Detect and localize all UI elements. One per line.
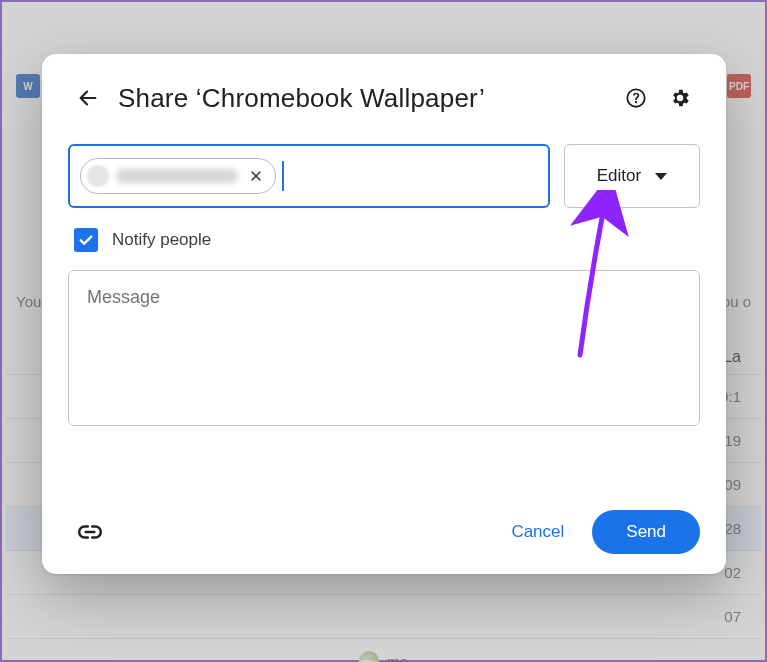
role-selected-label: Editor (597, 166, 641, 186)
owner-name: me (387, 653, 408, 663)
cancel-button[interactable]: Cancel (491, 512, 584, 552)
close-icon (248, 168, 264, 184)
people-input[interactable] (68, 144, 550, 208)
back-arrow-icon (77, 87, 99, 109)
message-textarea[interactable] (68, 270, 700, 426)
chip-avatar-icon (87, 165, 109, 187)
owner-cell: me (6, 639, 761, 662)
check-icon (77, 231, 95, 249)
gear-icon (669, 87, 691, 109)
row-time: 02 (724, 564, 741, 581)
notify-checkbox[interactable] (74, 228, 98, 252)
owner-col-left: You (16, 293, 41, 310)
settings-button[interactable] (660, 78, 700, 118)
link-icon (77, 519, 103, 545)
notify-label: Notify people (112, 230, 211, 250)
person-chip[interactable] (80, 158, 276, 194)
help-icon (625, 87, 647, 109)
word-file-icon: W (16, 74, 40, 98)
owner-avatar-icon (359, 651, 379, 662)
notify-checkbox-row[interactable]: Notify people (68, 228, 700, 252)
chip-name-blurred (117, 169, 237, 183)
pdf-file-icon: PDF (727, 74, 751, 98)
help-button[interactable] (616, 78, 656, 118)
role-dropdown[interactable]: Editor (564, 144, 700, 208)
row-time: 09 (724, 476, 741, 493)
chip-remove-button[interactable] (245, 165, 267, 187)
row-time: 19 (724, 432, 741, 449)
row-time: 28 (724, 520, 741, 537)
send-button[interactable]: Send (592, 510, 700, 554)
table-row[interactable]: 07 (6, 595, 761, 639)
back-button[interactable] (68, 78, 108, 118)
row-time: 07 (724, 608, 741, 625)
chevron-down-icon (655, 173, 667, 180)
text-caret (282, 161, 284, 191)
dialog-title: Share ‘Chromebook Wallpaper’ (118, 83, 606, 114)
share-dialog: Share ‘Chromebook Wallpaper’ Editor (42, 54, 726, 574)
copy-link-button[interactable] (68, 510, 112, 554)
